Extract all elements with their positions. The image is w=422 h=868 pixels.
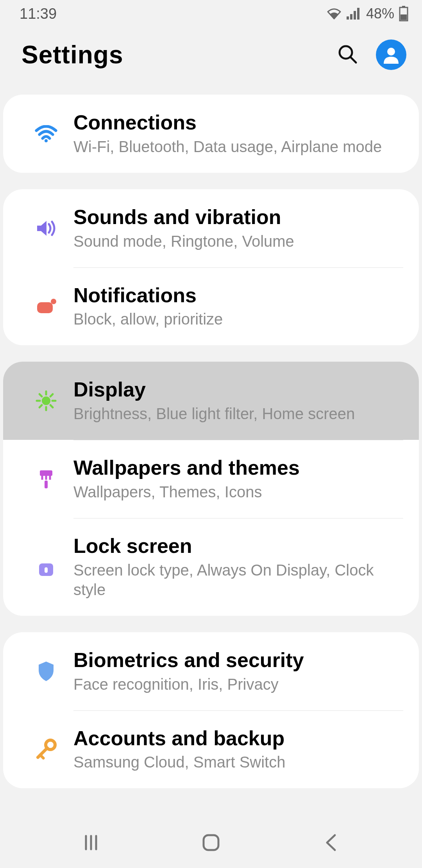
- search-icon: [336, 43, 358, 65]
- back-button[interactable]: [315, 827, 347, 858]
- settings-item-lockscreen[interactable]: Lock screen Screen lock type, Always On …: [3, 518, 419, 616]
- brightness-icon: [19, 390, 73, 412]
- svg-rect-35: [204, 835, 218, 850]
- search-button[interactable]: [336, 43, 358, 66]
- svg-point-12: [51, 299, 56, 304]
- app-header: Settings: [0, 27, 422, 82]
- svg-point-10: [45, 139, 48, 142]
- person-icon: [381, 45, 401, 65]
- recents-button[interactable]: [75, 827, 107, 858]
- sound-icon: [19, 219, 73, 237]
- page-title: Settings: [21, 40, 123, 69]
- item-title: Display: [73, 378, 403, 402]
- navigation-bar: [0, 817, 422, 868]
- shield-icon: [19, 661, 73, 682]
- item-title: Wallpapers and themes: [73, 456, 403, 480]
- item-subtitle: Wallpapers, Themes, Icons: [73, 482, 403, 502]
- svg-line-18: [39, 394, 42, 396]
- svg-rect-11: [37, 302, 53, 313]
- status-time: 11:39: [20, 5, 57, 22]
- settings-item-connections[interactable]: Connections Wi-Fi, Bluetooth, Data usage…: [3, 95, 419, 173]
- item-subtitle: Sound mode, Ringtone, Volume: [73, 231, 403, 251]
- svg-rect-22: [40, 470, 52, 476]
- settings-item-accounts[interactable]: Accounts and backup Samsung Cloud, Smart…: [3, 710, 419, 789]
- header-actions: [336, 39, 406, 70]
- notification-icon: [19, 298, 73, 314]
- svg-rect-3: [357, 8, 359, 20]
- svg-rect-6: [401, 14, 407, 20]
- svg-rect-0: [347, 16, 349, 20]
- item-title: Lock screen: [73, 534, 403, 558]
- item-title: Accounts and backup: [73, 727, 403, 750]
- svg-rect-28: [45, 567, 48, 573]
- svg-point-13: [42, 396, 50, 405]
- battery-text: 48%: [366, 5, 394, 22]
- home-button[interactable]: [195, 827, 227, 858]
- wifi-status-icon: [326, 7, 342, 20]
- settings-group: Sounds and vibration Sound mode, Rington…: [3, 189, 419, 346]
- settings-item-notifications[interactable]: Notifications Block, allow, prioritize: [3, 267, 419, 346]
- svg-rect-2: [354, 11, 356, 20]
- item-title: Biometrics and security: [73, 649, 403, 672]
- item-subtitle: Screen lock type, Always On Display, Clo…: [73, 560, 403, 599]
- item-subtitle: Face recognition, Iris, Privacy: [73, 674, 403, 694]
- svg-line-21: [39, 405, 42, 407]
- paint-icon: [19, 469, 73, 489]
- key-icon: [19, 739, 73, 760]
- home-icon: [200, 832, 222, 853]
- back-icon: [323, 833, 339, 852]
- item-title: Connections: [73, 111, 403, 135]
- profile-button[interactable]: [376, 39, 406, 70]
- svg-line-31: [40, 755, 43, 758]
- settings-group: Connections Wi-Fi, Bluetooth, Data usage…: [3, 95, 419, 173]
- settings-group: Display Brightness, Blue light filter, H…: [3, 362, 419, 615]
- settings-list[interactable]: Connections Wi-Fi, Bluetooth, Data usage…: [0, 82, 422, 817]
- item-subtitle: Block, allow, prioritize: [73, 309, 403, 329]
- settings-item-biometrics[interactable]: Biometrics and security Face recognition…: [3, 632, 419, 710]
- item-title: Sounds and vibration: [73, 206, 403, 229]
- item-subtitle: Wi-Fi, Bluetooth, Data usage, Airplane m…: [73, 137, 403, 156]
- battery-icon: [399, 6, 408, 22]
- settings-item-display[interactable]: Display Brightness, Blue light filter, H…: [3, 362, 419, 440]
- item-subtitle: Samsung Cloud, Smart Switch: [73, 752, 403, 772]
- status-right: 48%: [326, 5, 408, 22]
- svg-line-8: [350, 57, 356, 63]
- settings-group: Biometrics and security Face recognition…: [3, 632, 419, 789]
- item-title: Notifications: [73, 284, 403, 307]
- signal-status-icon: [347, 7, 361, 20]
- status-bar: 11:39 48%: [0, 0, 422, 27]
- svg-point-9: [387, 48, 395, 56]
- svg-rect-26: [45, 481, 48, 488]
- lock-icon: [19, 556, 73, 577]
- svg-line-20: [50, 394, 53, 396]
- svg-rect-1: [350, 14, 352, 20]
- wifi-icon: [19, 125, 73, 142]
- svg-line-19: [50, 405, 53, 407]
- settings-item-wallpapers[interactable]: Wallpapers and themes Wallpapers, Themes…: [3, 440, 419, 518]
- recents-icon: [81, 833, 101, 852]
- item-subtitle: Brightness, Blue light filter, Home scre…: [73, 404, 403, 423]
- settings-item-sounds[interactable]: Sounds and vibration Sound mode, Rington…: [3, 189, 419, 267]
